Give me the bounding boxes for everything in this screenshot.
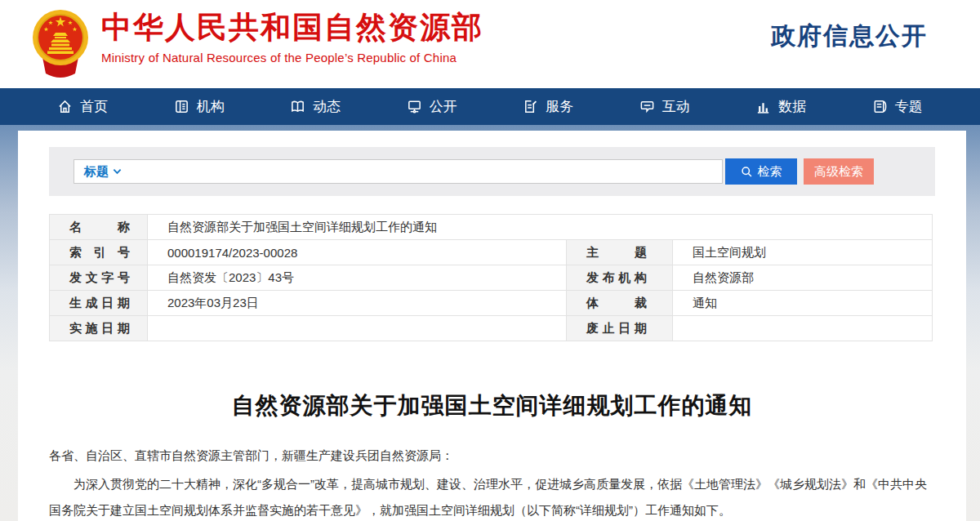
document-metadata-table: 名称 自然资源部关于加强国土空间详细规划工作的通知 索引号 000019174/…	[49, 214, 933, 341]
journal-icon	[872, 99, 888, 114]
site-title: 中华人民共和国自然资源部	[101, 10, 483, 46]
advanced-search-button[interactable]: 高级检索	[804, 158, 874, 185]
nav-item-services[interactable]: 服务	[490, 88, 607, 125]
nav-item-label: 动态	[313, 97, 341, 116]
meta-label-index: 索引号	[50, 240, 148, 265]
meta-value-publisher: 自然资源部	[673, 265, 933, 291]
meta-value-name: 自然资源部关于加强国土空间详细规划工作的通知	[148, 215, 933, 240]
bar-chart-icon	[755, 99, 771, 114]
meta-value-genre: 通知	[673, 291, 933, 316]
document-title: 自然资源部关于加强国土空间详细规划工作的通知	[18, 390, 966, 421]
search-field-label: 标题	[84, 164, 109, 180]
table-row: 实施日期 废止日期	[50, 316, 933, 341]
search-box: 标题	[74, 159, 723, 184]
monitor-icon	[407, 99, 422, 114]
site-header: 中华人民共和国自然资源部 Ministry of Natural Resourc…	[0, 0, 980, 88]
chat-bubbles-icon	[639, 99, 655, 114]
search-input[interactable]	[130, 161, 712, 182]
service-doc-icon	[523, 99, 538, 114]
table-row: 名称 自然资源部关于加强国土空间详细规划工作的通知	[50, 215, 933, 240]
home-icon	[57, 99, 73, 114]
table-row: 发文字号 自然资发〔2023〕43号 发布机构 自然资源部	[50, 265, 933, 291]
meta-label-repeal: 废止日期	[567, 316, 673, 341]
search-field-dropdown[interactable]: 标题	[84, 164, 122, 180]
body-paragraph-salutation: 各省、自治区、直辖市自然资源主管部门，新疆生产建设兵团自然资源局：	[49, 443, 935, 469]
meta-value-subject: 国土空间规划	[673, 240, 933, 265]
page-background: 标题 检索 高级检索 名称	[0, 125, 980, 521]
table-row: 生成日期 2023年03月23日 体裁 通知	[50, 291, 933, 316]
meta-label-created: 生成日期	[50, 291, 148, 316]
meta-value-repeal	[673, 316, 933, 341]
body-paragraph-intro: 为深入贯彻党的二十大精神，深化“多规合一”改革，提高城市规划、建设、治理水平，促…	[49, 471, 935, 521]
nav-item-disclosure[interactable]: 公开	[374, 88, 491, 125]
search-button[interactable]: 检索	[725, 158, 797, 185]
chevron-down-icon	[113, 168, 122, 175]
nav-item-label: 公开	[430, 97, 457, 116]
meta-label-publisher: 发布机构	[567, 265, 673, 291]
nav-item-home[interactable]: 首页	[24, 88, 141, 125]
meta-label-subject: 主题	[567, 240, 673, 265]
nav-item-label: 互动	[662, 97, 690, 116]
nav-item-interaction[interactable]: 互动	[607, 88, 724, 125]
main-navigation: 首页 机构 动态 公开	[0, 88, 980, 125]
meta-value-created: 2023年03月23日	[148, 291, 567, 316]
search-bar: 标题 检索 高级检索	[49, 147, 935, 196]
nav-item-news[interactable]: 动态	[257, 88, 374, 125]
meta-value-index: 000019174/2023-00028	[148, 240, 567, 265]
nav-item-label: 首页	[80, 97, 108, 116]
nav-item-data[interactable]: 数据	[723, 88, 840, 125]
meta-value-effective	[148, 316, 567, 341]
nav-item-label: 数据	[778, 97, 806, 116]
meta-label-effective: 实施日期	[50, 316, 148, 341]
nav-item-label: 机构	[197, 97, 225, 116]
national-emblem-logo	[31, 5, 90, 82]
organization-icon	[174, 99, 189, 114]
meta-value-doc-number: 自然资发〔2023〕43号	[148, 265, 567, 291]
site-title-block: 中华人民共和国自然资源部 Ministry of Natural Resourc…	[101, 10, 483, 65]
nav-item-organization[interactable]: 机构	[141, 88, 258, 125]
nav-item-label: 服务	[546, 97, 573, 116]
advanced-search-label: 高级检索	[814, 164, 863, 180]
meta-label-doc-number: 发文字号	[50, 265, 148, 291]
table-row: 索引号 000019174/2023-00028 主题 国土空间规划	[50, 240, 933, 265]
search-button-label: 检索	[758, 164, 782, 180]
section-title-gov-info: 政府信息公开	[771, 20, 928, 53]
document-body: 各省、自治区、直辖市自然资源主管部门，新疆生产建设兵团自然资源局： 为深入贯彻党…	[49, 443, 935, 521]
nav-item-label: 专题	[895, 97, 923, 116]
news-book-icon	[290, 99, 305, 114]
meta-label-name: 名称	[50, 215, 148, 240]
search-icon	[741, 166, 753, 178]
site-subtitle: Ministry of Natural Resources of the Peo…	[101, 51, 483, 65]
content-panel: 标题 检索 高级检索 名称	[18, 131, 966, 521]
meta-label-genre: 体裁	[567, 291, 673, 316]
nav-item-topics[interactable]: 专题	[840, 88, 956, 125]
